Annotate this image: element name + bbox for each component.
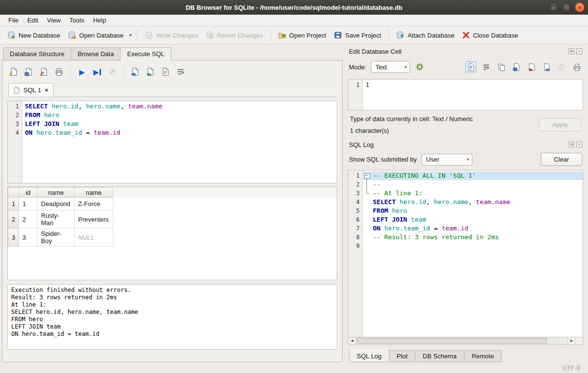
sql-file-tab[interactable]: SQL 1 × bbox=[8, 83, 54, 97]
horizontal-scrollbar[interactable]: ◀ ▶ bbox=[348, 337, 583, 345]
execute-line-button[interactable]: ▶ bbox=[92, 66, 102, 77]
menu-tools[interactable]: Tools bbox=[65, 15, 88, 26]
tab-browse-data[interactable]: Browse Data bbox=[71, 47, 121, 61]
column-header[interactable]: name bbox=[75, 187, 113, 198]
format-sql-button[interactable] bbox=[160, 66, 171, 77]
new-database-icon bbox=[7, 31, 16, 39]
titlebar[interactable]: DB Browser for SQLite - /home/user/code/… bbox=[0, 0, 588, 15]
menu-edit[interactable]: Edit bbox=[23, 15, 42, 26]
execute-sql-toolbar: ▶ ▶ ⊘ bbox=[8, 64, 337, 79]
import-sql-button[interactable] bbox=[145, 66, 156, 77]
result-cell[interactable]: Spider-Boy bbox=[38, 228, 75, 247]
code-line: 9 bbox=[348, 242, 583, 250]
result-cell[interactable]: Preventers bbox=[75, 210, 113, 228]
code-text: -- At line 1: bbox=[370, 189, 583, 198]
set-null-button: ∅ bbox=[556, 62, 567, 72]
float-panel-icon[interactable] bbox=[568, 142, 574, 147]
open-sql-file-button[interactable] bbox=[8, 66, 19, 77]
submitted-by-select[interactable]: User ▾ bbox=[422, 154, 472, 166]
write-changes-icon bbox=[145, 31, 153, 39]
result-cell[interactable]: Deadpond bbox=[38, 198, 75, 210]
close-tab-icon[interactable]: × bbox=[44, 86, 48, 94]
scroll-right-icon[interactable]: ▶ bbox=[568, 337, 575, 344]
new-database-button[interactable]: New Database bbox=[4, 29, 63, 41]
menubar: File Edit View Tools Help bbox=[0, 15, 588, 26]
main-area: Database Structure Browse Data Execute S… bbox=[0, 44, 588, 362]
sql-log-editor[interactable]: 1−-- EXECUTING ALL IN 'SQL 1'2--3-- At l… bbox=[348, 170, 583, 337]
close-database-button[interactable]: Close Database bbox=[459, 29, 522, 41]
word-wrap-cell-button[interactable] bbox=[481, 62, 491, 72]
code-text: LEFT JOIN team bbox=[22, 120, 337, 128]
tab-database-structure[interactable]: Database Structure bbox=[3, 47, 71, 61]
execution-message: Execution finished without errors. Resul… bbox=[7, 284, 337, 350]
result-cell[interactable]: 1 bbox=[19, 198, 38, 210]
corner-header[interactable] bbox=[8, 187, 19, 198]
open-database-dropdown[interactable]: ▾ bbox=[128, 32, 133, 39]
mode-select[interactable]: Text ▾ bbox=[371, 61, 410, 73]
tab-db-schema[interactable]: DB Schema bbox=[415, 350, 464, 362]
sql-editor[interactable]: 1SELECT hero.id, hero.name, team.name2FR… bbox=[7, 101, 337, 184]
tab-remote[interactable]: Remote bbox=[464, 350, 502, 362]
result-cell[interactable]: Rusty-Man bbox=[38, 210, 75, 228]
row-header[interactable]: 1 bbox=[8, 198, 19, 210]
cell-editor[interactable]: 1 1 bbox=[348, 79, 583, 110]
save-project-button[interactable]: Save Project bbox=[330, 29, 385, 41]
scrollbar-thumb[interactable] bbox=[357, 338, 547, 344]
code-line: 2-- bbox=[348, 180, 583, 189]
result-cell[interactable]: 3 bbox=[19, 228, 38, 247]
save-sql-file-button[interactable] bbox=[23, 66, 34, 77]
save-cell-button[interactable] bbox=[511, 62, 522, 72]
row-header[interactable]: 2 bbox=[8, 210, 19, 228]
chevron-down-icon: ▾ bbox=[467, 157, 469, 162]
toolbar-separator bbox=[137, 29, 138, 41]
minimize-button[interactable]: – bbox=[548, 2, 558, 12]
execute-all-button[interactable]: ▶ bbox=[77, 66, 87, 77]
copy-cell-button[interactable] bbox=[496, 62, 507, 72]
clear-button[interactable]: Clear bbox=[541, 153, 582, 166]
chevron-down-icon: ▾ bbox=[405, 65, 406, 69]
open-project-button[interactable]: Open Project bbox=[275, 29, 330, 41]
import-cell-button[interactable] bbox=[526, 62, 537, 72]
attach-database-button[interactable]: Attach Database bbox=[393, 29, 458, 41]
export-sql-button[interactable] bbox=[130, 66, 141, 77]
export-cell-button[interactable] bbox=[541, 62, 552, 72]
auto-mode-icon bbox=[415, 62, 424, 71]
float-panel-icon[interactable] bbox=[568, 48, 574, 54]
save-sql-as-button[interactable] bbox=[39, 66, 49, 77]
menu-help[interactable]: Help bbox=[89, 15, 111, 26]
column-header[interactable]: id bbox=[19, 187, 38, 198]
menu-file[interactable]: File bbox=[4, 15, 23, 26]
mode-label: Mode: bbox=[349, 63, 366, 71]
result-cell[interactable]: 2 bbox=[19, 210, 38, 228]
menu-view[interactable]: View bbox=[42, 15, 65, 26]
column-header[interactable]: name bbox=[38, 187, 75, 198]
print-button[interactable] bbox=[54, 66, 64, 77]
text-mode-button[interactable] bbox=[466, 62, 476, 72]
auto-mode-button[interactable] bbox=[414, 62, 425, 72]
close-panel-icon[interactable]: × bbox=[576, 48, 582, 54]
tab-plot[interactable]: Plot bbox=[389, 350, 415, 362]
close-panel-icon[interactable]: × bbox=[576, 142, 582, 147]
execute-all-icon: ▶ bbox=[79, 68, 85, 76]
close-button[interactable]: × bbox=[575, 2, 585, 12]
tab-sql-log[interactable]: SQL Log bbox=[349, 349, 389, 362]
main-tabbar: Database Structure Browse Data Execute S… bbox=[2, 47, 343, 61]
row-header[interactable]: 3 bbox=[8, 228, 19, 247]
scrollbar-track[interactable] bbox=[356, 337, 568, 344]
word-wrap-button[interactable] bbox=[175, 66, 186, 77]
code-text: ON hero.team_id = team.id bbox=[370, 224, 583, 233]
toolbar-separator bbox=[388, 29, 389, 41]
result-cell[interactable]: NULL bbox=[75, 228, 113, 247]
fold-marker-icon[interactable]: − bbox=[363, 171, 370, 180]
fold-margin bbox=[363, 242, 370, 250]
edit-cell-title: Edit Database Cell bbox=[349, 48, 567, 55]
table-row: 22Rusty-ManPreventers bbox=[8, 210, 113, 228]
code-line: 1−-- EXECUTING ALL IN 'SQL 1' bbox=[348, 171, 583, 180]
result-cell[interactable]: Z-Force bbox=[75, 198, 113, 210]
open-database-button[interactable]: Open Database bbox=[64, 29, 127, 41]
code-text: FROM hero bbox=[22, 111, 337, 120]
maximize-button[interactable]: □ bbox=[562, 2, 571, 12]
tab-execute-sql[interactable]: Execute SQL bbox=[120, 47, 171, 61]
scroll-left-icon[interactable]: ◀ bbox=[348, 337, 356, 344]
print-cell-button[interactable] bbox=[571, 62, 582, 72]
